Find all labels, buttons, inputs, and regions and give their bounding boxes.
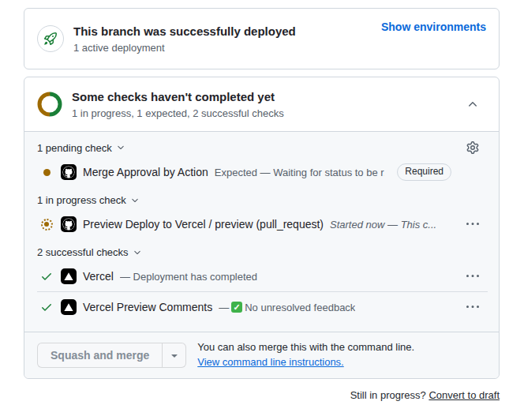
- check-row-vercel: Vercel — Deployment has completed: [24, 261, 499, 291]
- checks-list: 1 pending check: [24, 131, 499, 332]
- success-check-icon: [40, 270, 53, 283]
- chevron-down-icon: [130, 196, 140, 205]
- kebab-horizontal-icon: [466, 270, 479, 283]
- gear-icon: [466, 141, 479, 154]
- check-description: — Deployment has completed: [120, 271, 257, 283]
- squash-and-merge-button[interactable]: Squash and merge: [37, 343, 163, 368]
- check-group-header-pending: 1 pending check: [24, 132, 499, 157]
- show-environments-link[interactable]: Show environments: [381, 21, 486, 33]
- check-group-toggle-in-progress[interactable]: 1 in progress check: [37, 194, 140, 206]
- chevron-down-icon: [133, 248, 142, 257]
- check-group-toggle-pending[interactable]: 1 pending check: [37, 142, 125, 154]
- check-row-merge-approval: Merge Approval by Action Expected — Wait…: [24, 157, 499, 187]
- checks-title: Some checks haven't completed yet: [72, 89, 453, 105]
- check-menu-button[interactable]: [466, 301, 479, 313]
- check-group-label: 2 successful checks: [37, 246, 129, 258]
- check-description: Started now — This c...: [330, 219, 436, 231]
- merge-split-button: Squash and merge: [37, 343, 186, 368]
- deployment-subtitle: 1 active deployment: [73, 42, 372, 54]
- draft-note-text: Still in progress?: [350, 389, 426, 401]
- success-check-icon: [40, 301, 53, 313]
- command-line-text: You can also merge this with the command…: [197, 340, 414, 355]
- command-line-help: You can also merge this with the command…: [197, 340, 414, 370]
- pr-merge-section: This branch was successfully deployed 1 …: [24, 8, 500, 401]
- in-progress-spinner-icon: [41, 219, 53, 231]
- check-row-vercel-preview-comments: Vercel Preview Comments — ✓ No unresolve…: [24, 292, 499, 322]
- pending-status-icon: [43, 169, 51, 176]
- check-description: Expected — Waiting for status to be r...: [215, 167, 385, 178]
- kebab-horizontal-icon: [466, 301, 479, 313]
- merge-action-bar: Squash and merge You can also merge this…: [24, 332, 499, 378]
- check-name: Preview Deploy to Vercel / preview (pull…: [83, 218, 324, 231]
- rocket-icon: [37, 25, 64, 52]
- github-octocat-icon: [61, 216, 77, 232]
- checks-subtitle: 1 in progress, 1 expected, 2 successful …: [72, 107, 453, 119]
- convert-to-draft-link[interactable]: Convert to draft: [429, 389, 500, 401]
- merge-box: Some checks haven't completed yet 1 in p…: [24, 77, 500, 379]
- checks-header-text: Some checks haven't completed yet 1 in p…: [72, 89, 453, 119]
- check-description: — ✓ No unresolved feedback: [219, 302, 355, 313]
- description-text: No unresolved feedback: [245, 302, 355, 313]
- check-group-label: 1 in progress check: [37, 194, 126, 206]
- checks-donut-icon: [37, 92, 62, 117]
- command-line-instructions-link[interactable]: View command line instructions.: [197, 356, 343, 368]
- required-badge: Required: [397, 163, 451, 181]
- chevron-down-icon: [116, 143, 125, 152]
- check-group-label: 1 pending check: [37, 142, 112, 154]
- github-octocat-icon: [61, 164, 77, 180]
- check-group-toggle-successful[interactable]: 2 successful checks: [37, 246, 142, 258]
- chevron-up-icon: [466, 98, 479, 111]
- deployment-text: This branch was successfully deployed 1 …: [73, 24, 372, 54]
- check-name: Vercel Preview Comments: [83, 301, 212, 313]
- kebab-horizontal-icon: [466, 218, 479, 231]
- check-menu-button[interactable]: [466, 218, 479, 231]
- check-menu-button[interactable]: [466, 270, 479, 283]
- collapse-checks-button[interactable]: [462, 94, 483, 114]
- check-name: Vercel: [83, 270, 114, 283]
- checks-settings-button[interactable]: [466, 141, 479, 154]
- green-check-emoji: ✓: [231, 302, 242, 313]
- deployment-title: This branch was successfully deployed: [73, 24, 372, 39]
- deployment-banner: This branch was successfully deployed 1 …: [24, 8, 500, 69]
- check-group-header-successful: 2 successful checks: [24, 239, 499, 261]
- merge-options-dropdown-button[interactable]: [162, 343, 186, 368]
- triangle-down-icon: [168, 349, 181, 362]
- vercel-triangle-icon: [61, 299, 77, 315]
- checks-header: Some checks haven't completed yet 1 in p…: [24, 77, 499, 131]
- check-row-preview-deploy: Preview Deploy to Vercel / preview (pull…: [24, 209, 499, 239]
- draft-note: Still in progress? Convert to draft: [24, 389, 500, 401]
- description-dash: —: [219, 302, 229, 313]
- vercel-triangle-icon: [61, 268, 77, 284]
- check-group-header-in-progress: 1 in progress check: [24, 187, 499, 209]
- check-name: Merge Approval by Action: [83, 166, 208, 178]
